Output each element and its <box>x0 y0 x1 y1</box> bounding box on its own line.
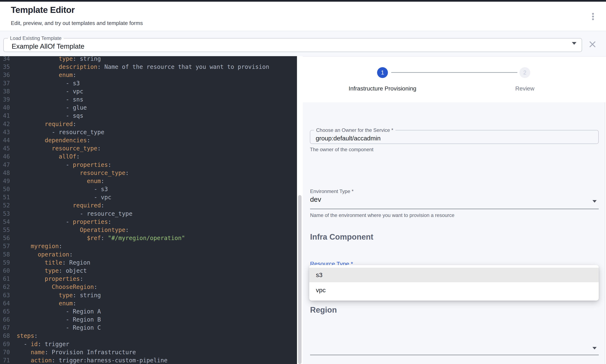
code-text: action: trigger:harness-custom-pipeline <box>17 357 168 364</box>
code-line[interactable]: 37 - s3 <box>0 79 297 87</box>
line-number: 65 <box>0 308 17 315</box>
editor-scrollbar-track[interactable] <box>297 56 303 364</box>
code-line[interactable]: 63 type: string <box>0 291 297 299</box>
code-line[interactable]: 54 - properties: <box>0 218 297 226</box>
yaml-code-editor[interactable]: 34 type: string35 description: Name of t… <box>0 56 297 364</box>
code-text: Operationtype: <box>17 226 129 233</box>
owner-field-value: group:default/accadmin <box>316 135 381 142</box>
code-line[interactable]: 64 enum: <box>0 299 297 307</box>
line-number: 55 <box>0 226 17 233</box>
page-subtitle: Edit, preview, and try out templates and… <box>11 20 143 26</box>
code-line[interactable]: 36 enum: <box>0 71 297 79</box>
code-line[interactable]: 68steps: <box>0 332 297 340</box>
code-text: type: string <box>17 292 101 299</box>
code-line[interactable]: 55 Operationtype: <box>0 226 297 234</box>
code-line[interactable]: 34 type: string <box>0 56 297 63</box>
chevron-down-icon[interactable] <box>593 347 597 350</box>
line-number: 47 <box>0 161 17 168</box>
code-line[interactable]: 49 enum: <box>0 177 297 185</box>
code-text: - id: trigger <box>17 341 69 348</box>
chevron-down-icon[interactable] <box>572 42 577 45</box>
line-number: 66 <box>0 316 17 323</box>
resource-option-vpc[interactable]: vpc <box>309 282 599 298</box>
code-lines: 34 type: string35 description: Name of t… <box>0 56 297 364</box>
code-text: - sqs <box>17 112 83 119</box>
environment-helper-text: Name of the environment where you want t… <box>310 212 454 218</box>
line-number: 46 <box>0 153 17 160</box>
choose-region-underline <box>310 355 599 355</box>
code-text: $ref: "#/myregion/operation" <box>17 235 185 242</box>
editor-scrollbar-thumb[interactable] <box>298 195 302 364</box>
code-line[interactable]: 45 resource_type: <box>0 144 297 153</box>
line-number: 58 <box>0 251 17 258</box>
code-line[interactable]: 58 operation: <box>0 250 297 259</box>
code-line[interactable]: 50 - s3 <box>0 185 297 193</box>
code-line[interactable]: 43 - resource_type <box>0 128 297 136</box>
line-number: 49 <box>0 178 17 184</box>
step-2-circle[interactable]: 2 <box>519 67 530 78</box>
owner-field-label: Choose an Owner for the Service * <box>314 127 395 133</box>
code-line[interactable]: 69 - id: trigger <box>0 340 297 348</box>
code-line[interactable]: 40 - glue <box>0 104 297 112</box>
owner-field[interactable]: Choose an Owner for the Service * group:… <box>310 127 599 144</box>
clear-template-button[interactable] <box>589 40 596 48</box>
code-line[interactable]: 35 description: Name of the resource tha… <box>0 63 297 71</box>
line-number: 44 <box>0 137 17 144</box>
chevron-down-icon[interactable] <box>593 200 597 203</box>
code-text: - glue <box>17 104 87 111</box>
code-text: - s3 <box>17 186 108 193</box>
code-text: - resource_type <box>17 210 132 217</box>
code-line[interactable]: 48 resource_type: <box>0 169 297 177</box>
template-select-bar: Load Existing Template Example AllOf Tem… <box>0 31 606 56</box>
code-line[interactable]: 41 - sqs <box>0 112 297 120</box>
code-line[interactable]: 67 - Region C <box>0 324 297 332</box>
code-line[interactable]: 57 myregion: <box>0 242 297 250</box>
line-number: 54 <box>0 218 17 225</box>
code-line[interactable]: 39 - sns <box>0 95 297 104</box>
code-line[interactable]: 66 - Region B <box>0 315 297 324</box>
code-line[interactable]: 52 required: <box>0 201 297 209</box>
line-number: 51 <box>0 194 17 201</box>
code-line[interactable]: 38 - vpc <box>0 87 297 95</box>
code-line[interactable]: 53 - resource_type <box>0 210 297 218</box>
code-line[interactable]: 51 - vpc <box>0 193 297 201</box>
code-line[interactable]: 47 - properties: <box>0 161 297 169</box>
load-template-value: Example AllOf Template <box>12 42 84 50</box>
kebab-dot-icon <box>592 13 594 15</box>
code-text: description: Name of the resource that y… <box>17 64 269 70</box>
step-1-label: Infrastructure Provisioning <box>320 85 445 92</box>
line-number: 41 <box>0 112 17 119</box>
step-connector-line <box>391 72 517 73</box>
code-line[interactable]: 56 $ref: "#/myregion/operation" <box>0 234 297 242</box>
code-line[interactable]: 61 properties: <box>0 275 297 283</box>
top-dark-strip <box>0 0 606 2</box>
line-number: 34 <box>0 56 17 62</box>
more-options-button[interactable] <box>590 12 596 23</box>
code-line[interactable]: 60 type: object <box>0 267 297 275</box>
line-number: 43 <box>0 129 17 136</box>
code-text: - vpc <box>17 194 111 201</box>
line-number: 71 <box>0 357 17 364</box>
code-line[interactable]: 59 title: Region <box>0 259 297 267</box>
resource-option-s3[interactable]: s3 <box>309 268 599 282</box>
kebab-dot-icon <box>592 18 594 20</box>
code-line[interactable]: 42 required: <box>0 120 297 128</box>
line-number: 62 <box>0 284 17 290</box>
code-text: title: Region <box>17 259 90 266</box>
line-number: 68 <box>0 332 17 339</box>
environment-type-value[interactable]: dev <box>310 195 321 203</box>
line-number: 61 <box>0 275 17 282</box>
line-number: 64 <box>0 300 17 307</box>
line-number: 52 <box>0 202 17 209</box>
code-line[interactable]: 62 ChooseRegion: <box>0 283 297 291</box>
code-text: - sns <box>17 96 83 103</box>
code-line[interactable]: 65 - Region A <box>0 307 297 315</box>
code-line[interactable]: 44 dependencies: <box>0 136 297 144</box>
code-line[interactable]: 46 allOf: <box>0 153 297 161</box>
code-line[interactable]: 71 action: trigger:harness-custom-pipeli… <box>0 356 297 364</box>
code-text: resource_type: <box>17 145 101 152</box>
line-number: 63 <box>0 292 17 299</box>
load-template-select[interactable]: Load Existing Template Example AllOf Tem… <box>3 35 582 52</box>
step-1-circle[interactable]: 1 <box>377 67 388 78</box>
code-line[interactable]: 70 name: Provision Infrastructure <box>0 348 297 356</box>
